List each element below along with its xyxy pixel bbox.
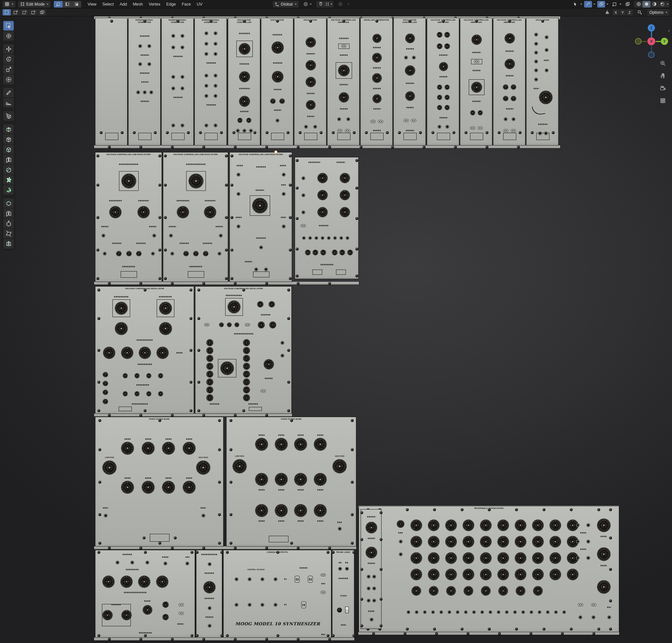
tool-bevel[interactable] — [3, 145, 14, 154]
synth-panel[interactable]: VOLTAGE CONTROLLED OSCILLATOR — [95, 286, 194, 414]
tool-rotate[interactable] — [3, 54, 14, 64]
menu-uv[interactable]: UV — [194, 0, 205, 9]
tool-poly-build[interactable] — [3, 175, 14, 185]
synth-panel[interactable]: VOLTAGE CONTROLLED LOW PASS FILTER — [95, 152, 162, 282]
rendered-shading-button[interactable] — [658, 1, 666, 8]
material-shading-button[interactable] — [650, 1, 658, 8]
menu-mesh[interactable]: Mesh — [130, 0, 146, 9]
selected-vertex[interactable] — [275, 151, 277, 153]
snap-toggle-button[interactable] — [317, 1, 325, 8]
synth-panel[interactable]: FIXED FILTER BANKLOW PASSHIGH PASS — [226, 417, 356, 547]
tool-rip-region[interactable] — [3, 239, 14, 248]
synth-panel[interactable] — [95, 18, 127, 146]
proportional-edit-group[interactable] — [337, 1, 351, 8]
menu-edge[interactable]: Edge — [163, 0, 179, 9]
menu-add[interactable]: Add — [117, 0, 130, 9]
wireframe-shading-button[interactable] — [635, 1, 643, 8]
synth-panel[interactable]: RANDOM SIGNAL GENERATOR — [194, 18, 227, 146]
show-gizmo-button[interactable] — [584, 1, 592, 8]
synth-panel[interactable]: RANDOM SIGNAL GENERATOR — [128, 18, 161, 146]
select-intersect-button[interactable] — [38, 9, 46, 15]
menu-vertex[interactable]: Vertex — [146, 0, 163, 9]
toggle-xray-button[interactable] — [623, 1, 631, 8]
pivot-point-dropdown[interactable] — [302, 1, 313, 8]
tool-select-box[interactable] — [3, 21, 14, 31]
zoom-icon[interactable] — [659, 59, 667, 68]
solid-shading-button[interactable] — [643, 1, 650, 8]
synth-panel[interactable]: VOLTAGE CONTROLLED AMPLIFIER — [460, 18, 492, 146]
synth-panel[interactable] — [95, 550, 195, 638]
synth-panel[interactable]: VOLTAGE CONTROLLED AMPLIFIER — [427, 18, 459, 146]
options-dropdown[interactable]: Options — [647, 9, 669, 16]
synth-panel[interactable]: REVERSIBLE ATTENUATORS — [359, 506, 619, 632]
tool-transform[interactable] — [3, 75, 14, 84]
tool-extrude-region[interactable] — [3, 124, 14, 134]
synth-panel[interactable]: OSCILLATOR CONTROLLER — [228, 18, 260, 146]
tool-spin[interactable] — [3, 185, 14, 195]
menu-view[interactable]: View — [85, 0, 99, 9]
face-select-mode-button[interactable] — [72, 1, 81, 8]
tool-add-cube[interactable] — [3, 111, 14, 121]
gizmo-axis-y[interactable]: Y — [661, 38, 668, 45]
select-subtract-button[interactable] — [20, 9, 28, 15]
mirror-x-button[interactable]: X — [613, 10, 619, 15]
camera-view-icon[interactable] — [659, 84, 667, 93]
grid-ortho-icon[interactable] — [659, 96, 667, 105]
synth-panel[interactable] — [361, 509, 381, 629]
mirror-y-button[interactable]: Y — [620, 10, 626, 15]
mode-selector[interactable]: Edit Mode — [18, 1, 50, 8]
gizmo-axis-neg[interactable] — [635, 38, 642, 45]
synth-panel[interactable]: RANDOM SIGNAL GENERATOR — [161, 18, 194, 146]
gizmo-axis-x[interactable]: X — [647, 37, 655, 45]
synth-panel[interactable]: CONSOLE OUTPUTSCONTROL VOLTAGEMOOG MODEL… — [223, 550, 331, 638]
menu-select[interactable]: Select — [99, 0, 117, 9]
tool-annotate[interactable] — [3, 88, 14, 97]
tool-scale[interactable] — [3, 64, 14, 74]
select-extend-button[interactable] — [11, 9, 20, 15]
tool-inset-faces[interactable] — [3, 134, 14, 144]
synth-panel[interactable]: VOLTAGE CONTROLLED LOW PASS FILTER — [163, 152, 228, 282]
synth-panel[interactable]: OSCILLATOR — [261, 18, 293, 146]
tool-smooth[interactable] — [3, 198, 14, 208]
synth-panel[interactable]: ENVELOPE GENERATOR — [360, 18, 393, 146]
select-set-button[interactable] — [3, 9, 11, 15]
mesh-edit-overlay-button[interactable] — [610, 1, 618, 8]
synth-panel[interactable]: OSCILLATOR CONTROLLER — [393, 18, 426, 146]
tool-shrink-fatten[interactable] — [3, 219, 14, 228]
tool-measure[interactable] — [3, 98, 14, 108]
synth-panel[interactable]: FIXED FILTER BANKLOW PASSHIGH PASS — [95, 417, 223, 547]
synth-panel[interactable]: VOLTAGE CONTROLLED AMPLIFIER — [493, 18, 525, 146]
editor-type-button[interactable] — [3, 1, 15, 8]
gizmo-axis-neg[interactable] — [648, 51, 655, 58]
synth-panel[interactable]: VOLTAGE CONTROLLED LOW PASS FILTER — [230, 152, 292, 282]
synth-panel[interactable]: VOLTAGE CONTROLLED OSCILLATOR — [195, 286, 292, 414]
synth-panel[interactable] — [196, 550, 222, 638]
synth-panel[interactable]: TRUNK LINESPOWER — [332, 550, 354, 638]
knob — [516, 586, 525, 595]
synth-panel[interactable]: VOLTAGE CONTROLLED AMPLIFIER — [327, 18, 359, 146]
correct-face-attributes-button[interactable] — [636, 9, 644, 16]
synth-panel[interactable] — [295, 157, 359, 279]
vertex-select-mode-button[interactable] — [54, 1, 63, 8]
synth-panel[interactable]: OSCILLATOR — [294, 18, 327, 146]
mirror-z-button[interactable]: Z — [626, 10, 633, 15]
mirror-icon-button[interactable] — [603, 9, 611, 16]
tool-shear[interactable] — [3, 229, 14, 238]
tool-knife[interactable] — [3, 165, 14, 174]
tool-move[interactable] — [3, 44, 14, 54]
synth-panel[interactable]: OSCILLATOR — [526, 18, 559, 146]
viewport-3d[interactable]: RANDOM SIGNAL GENERATORRANDOM SIGNAL GEN… — [0, 16, 672, 643]
edge-select-mode-button[interactable] — [63, 1, 72, 8]
sidebar-collapse-arrow[interactable]: ‹ — [668, 27, 670, 33]
show-gizmo-pointer-button[interactable] — [571, 1, 579, 8]
menu-face[interactable]: Face — [179, 0, 194, 9]
tool-cursor[interactable] — [3, 31, 14, 41]
gizmo-axis-z[interactable]: Z — [648, 24, 655, 32]
select-invert-button[interactable] — [29, 9, 37, 15]
tool-loop-cut[interactable] — [3, 155, 14, 164]
pan-hand-icon[interactable] — [659, 72, 667, 80]
transform-orientation-dropdown[interactable]: Global — [273, 1, 298, 8]
snap-target-dropdown[interactable] — [325, 1, 333, 8]
show-overlays-button[interactable] — [597, 1, 605, 8]
tool-edge-slide[interactable] — [3, 208, 14, 218]
